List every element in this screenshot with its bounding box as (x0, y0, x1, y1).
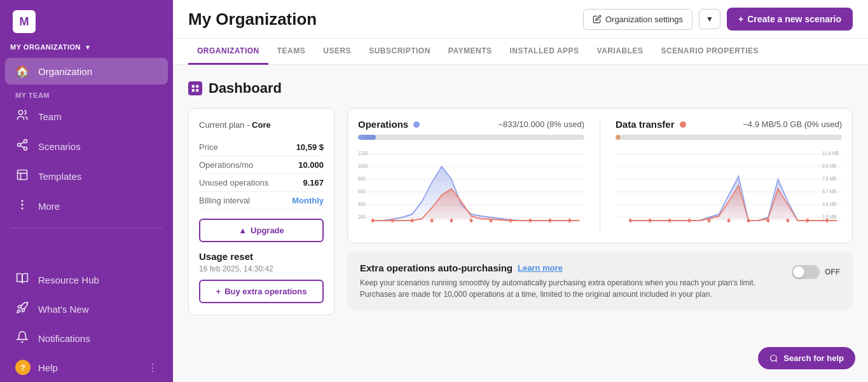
tabs-bar: ORGANIZATION TEAMS USERS SUBSCRIPTION PA… (173, 39, 868, 65)
svg-text:11.4 MB: 11.4 MB (822, 150, 839, 156)
org-selector[interactable]: MY ORGANIZATION ▼ (0, 43, 173, 57)
search-help-button[interactable]: Search for help (758, 347, 855, 369)
org-chevron-icon: ▼ (85, 44, 91, 51)
content-area: Dashboard Current plan - Core Price 10,5… (173, 65, 868, 382)
svg-rect-8 (192, 85, 195, 88)
sidebar-logo: M (0, 0, 173, 43)
bell-icon (15, 331, 29, 346)
svg-point-3 (24, 147, 27, 150)
plan-card: Current plan - Core Price 10,59 $ Operat… (188, 108, 334, 315)
buy-ops-label: Buy extra operations (224, 287, 307, 296)
plan-key-unused: Unused operations (199, 178, 268, 188)
svg-rect-11 (196, 89, 198, 92)
sidebar-item-help[interactable]: ? Help ⋮ (5, 353, 168, 381)
sidebar-item-organization[interactable]: 🏠 Organization (5, 58, 168, 85)
buy-ops-button[interactable]: + Buy extra operations (199, 280, 324, 303)
sidebar-item-label: Scenarios (38, 141, 81, 152)
sidebar-divider (10, 228, 163, 228)
upgrade-button[interactable]: ▲ Upgrade (199, 219, 324, 242)
svg-text:3.8 MB: 3.8 MB (822, 201, 836, 207)
org-settings-button[interactable]: Organization settings (583, 9, 692, 30)
auto-purchase-toggle[interactable] (792, 265, 820, 279)
plan-val-price: 10,59 $ (296, 142, 324, 152)
sidebar-item-scenarios[interactable]: Scenarios (5, 132, 168, 161)
plus-icon: + (738, 14, 743, 24)
plan-name: Core (252, 120, 271, 130)
sidebar-item-templates[interactable]: Templates (5, 162, 168, 191)
org-name-label: MY ORGANIZATION (10, 43, 81, 51)
learn-more-link[interactable]: Learn more (518, 263, 563, 273)
tab-variables[interactable]: VARIABLES (588, 39, 652, 65)
org-settings-dropdown-button[interactable]: ▼ (699, 9, 720, 29)
operations-title-text: Operations (358, 119, 408, 130)
extra-ops-content: Extra operations auto-purchasing Learn m… (360, 263, 782, 300)
usage-reset-date: 16 feb 2025, 14:30:42 (199, 264, 324, 273)
data-transfer-chart-svg: 11.4 MB 9.5 MB 7.6 MB 5.7 MB 3.8 MB 1.9 … (616, 147, 842, 230)
sidebar-item-label: Organization (38, 66, 92, 77)
sidebar-item-whats-new[interactable]: What's New (5, 295, 168, 324)
sidebar-item-label: Team (38, 111, 62, 122)
svg-point-34 (568, 219, 571, 222)
svg-point-56 (806, 219, 809, 222)
tab-subscription[interactable]: SUBSCRIPTION (360, 39, 439, 65)
svg-point-52 (727, 219, 731, 222)
team-icon (15, 109, 29, 125)
svg-point-5 (22, 200, 23, 201)
data-transfer-progress-bar (616, 135, 842, 140)
main-content: My Organization Organization settings ▼ … (173, 0, 868, 382)
tab-organization[interactable]: ORGANIZATION (188, 39, 268, 65)
data-transfer-chart-section: Data transfer ~4.9 MB/5.0 GB (0% used) (616, 119, 842, 233)
charts-row: Operations ~833/10.000 (8% used) (347, 108, 853, 243)
operations-progress-bar (358, 135, 584, 140)
tab-users[interactable]: USERS (314, 39, 360, 65)
toggle-wrap: OFF (792, 265, 840, 279)
tab-payments[interactable]: PAYMENTS (439, 39, 501, 65)
scenarios-icon (15, 139, 29, 154)
svg-point-27 (431, 219, 434, 222)
extra-ops-title: Extra operations auto-purchasing Learn m… (360, 263, 782, 273)
page-title: My Organization (188, 10, 583, 29)
svg-point-2 (18, 144, 21, 147)
svg-point-7 (22, 208, 23, 209)
svg-point-58 (771, 355, 776, 360)
svg-point-48 (649, 219, 652, 222)
sidebar-item-label: Templates (38, 171, 81, 182)
extra-ops-title-text: Extra operations auto-purchasing (360, 263, 513, 273)
data-transfer-progress-fill (616, 135, 620, 140)
help-label: Help (38, 362, 58, 373)
svg-text:1200: 1200 (358, 150, 368, 156)
data-transfer-chart-header: Data transfer ~4.9 MB/5.0 GB (0% used) (616, 119, 842, 130)
plan-label: Current plan - Core (199, 120, 324, 130)
plan-row-unused: Unused operations 9.167 (199, 174, 324, 192)
create-scenario-button[interactable]: + Create a new scenario (727, 8, 853, 31)
svg-point-29 (470, 219, 473, 222)
tab-teams[interactable]: TEAMS (268, 39, 315, 65)
svg-rect-9 (196, 85, 198, 88)
home-icon: 🏠 (15, 64, 29, 78)
rocket-icon (15, 301, 29, 317)
sidebar-item-more[interactable]: More (5, 192, 168, 221)
sidebar-item-team[interactable]: Team (5, 102, 168, 131)
tab-scenario-properties[interactable]: SCENARIO PROPERTIES (652, 39, 768, 65)
templates-icon (15, 168, 29, 184)
svg-point-6 (22, 204, 23, 205)
tab-installed-apps[interactable]: INSTALLED APPS (501, 39, 588, 65)
svg-text:800: 800 (358, 175, 366, 182)
svg-point-28 (450, 219, 453, 222)
upgrade-label: Upgrade (251, 226, 284, 235)
svg-point-33 (549, 219, 552, 222)
more-icon (15, 198, 29, 214)
sidebar-item-label: More (38, 201, 60, 212)
svg-point-1 (24, 140, 27, 143)
sidebar-item-notifications[interactable]: Notifications (5, 324, 168, 353)
sidebar-item-resource-hub[interactable]: Resource Hub (5, 266, 168, 294)
operations-progress-fill (358, 135, 376, 140)
svg-rect-10 (192, 89, 195, 92)
svg-point-25 (391, 219, 394, 222)
operations-chart-header: Operations ~833/10.000 (8% used) (358, 119, 584, 130)
plan-key-price: Price (199, 142, 218, 152)
plan-row-billing: Billing interval Monthly (199, 192, 324, 210)
svg-point-55 (787, 219, 790, 222)
plan-val-ops: 10.000 (298, 160, 324, 170)
edit-icon (593, 15, 602, 24)
